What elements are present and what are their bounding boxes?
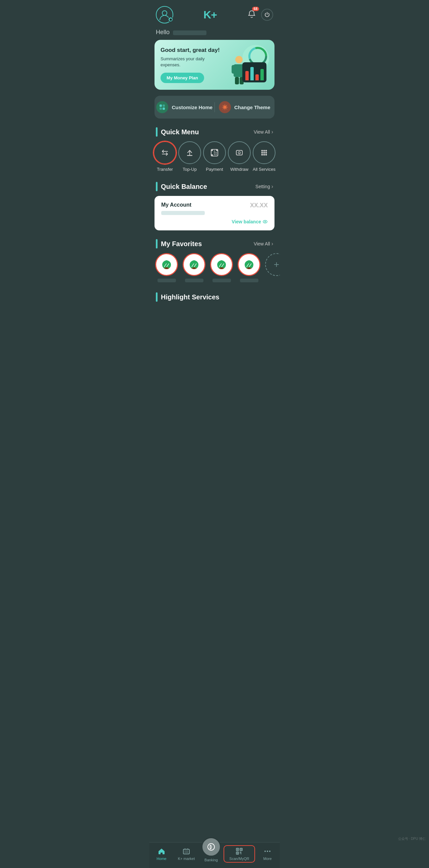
- balance-amount: XX.XX: [250, 202, 268, 209]
- menu-item-topup[interactable]: Top-Up: [178, 141, 201, 172]
- menu-item-all-services[interactable]: All Services: [253, 141, 276, 172]
- svg-rect-49: [220, 268, 223, 269]
- svg-point-36: [261, 154, 263, 156]
- fav-label-4: [240, 279, 258, 282]
- menu-item-transfer[interactable]: Transfer: [153, 141, 176, 172]
- favorites-grid: +: [149, 253, 280, 290]
- svg-rect-17: [187, 155, 192, 156]
- quick-balance-title: Quick Balance: [161, 183, 207, 190]
- add-label-blank: [267, 279, 280, 282]
- svg-point-34: [263, 152, 265, 154]
- svg-rect-43: [165, 268, 168, 269]
- banner-text: Good start, great day! Summarizes your d…: [161, 46, 220, 83]
- quick-menu-view-all[interactable]: View All ›: [254, 129, 273, 135]
- app-header: K+ 68: [149, 0, 280, 27]
- svg-point-37: [263, 154, 265, 156]
- nav-scan[interactable]: Scan/MyQR: [224, 845, 255, 863]
- add-favorite-button[interactable]: +: [265, 253, 280, 282]
- nav-scan-label: Scan/MyQR: [229, 857, 249, 861]
- topup-label: Top-Up: [183, 167, 197, 172]
- quick-menu-title-wrap: Quick Menu: [156, 127, 199, 136]
- nav-more[interactable]: More: [255, 846, 280, 862]
- svg-rect-14: [160, 107, 162, 110]
- svg-rect-59: [237, 849, 238, 850]
- highlight-services-header: Highlight Services: [149, 290, 280, 306]
- svg-point-38: [265, 154, 267, 156]
- change-theme-icon: [219, 101, 231, 113]
- avatar-online-indicator: [168, 17, 173, 22]
- fav-label-1: [158, 279, 176, 282]
- svg-point-32: [265, 150, 267, 152]
- notification-button[interactable]: 68: [247, 9, 256, 20]
- nav-home-label: Home: [156, 857, 166, 861]
- quick-balance-header: Quick Balance Setting ›: [149, 180, 280, 196]
- balance-account-label: My Account: [161, 202, 191, 208]
- fav-circle-1: [155, 253, 178, 276]
- chevron-right-icon: ›: [271, 129, 273, 135]
- svg-rect-25: [216, 154, 217, 155]
- banner-title: Good start, great day!: [161, 46, 220, 54]
- highlight-services-title: Highlight Services: [161, 293, 220, 301]
- payment-icon-circle: [203, 141, 226, 164]
- svg-point-31: [263, 150, 265, 152]
- nav-kmarket[interactable]: K+ market: [174, 846, 199, 862]
- nav-kmarket-label: K+ market: [178, 857, 195, 861]
- svg-rect-12: [160, 104, 162, 107]
- fav-circle-4: [238, 253, 260, 276]
- fav-circle-2: [183, 253, 205, 276]
- power-button[interactable]: [261, 9, 273, 21]
- svg-point-30: [261, 150, 263, 152]
- quick-menu-grid: Transfer Top-Up Payment: [149, 141, 280, 180]
- my-money-plan-button[interactable]: My Money Plan: [161, 73, 204, 83]
- svg-rect-52: [248, 268, 250, 269]
- svg-point-16: [223, 105, 227, 109]
- nav-more-label: More: [263, 857, 271, 861]
- svg-point-63: [267, 850, 268, 852]
- svg-rect-15: [163, 107, 165, 110]
- favorite-item-3[interactable]: [210, 253, 233, 282]
- add-circle: +: [265, 253, 280, 276]
- svg-rect-20: [216, 149, 218, 151]
- svg-point-33: [261, 152, 263, 154]
- banner-illustration: [221, 40, 275, 90]
- quick-menu-title: Quick Menu: [161, 128, 199, 136]
- quick-balance-setting[interactable]: Setting ›: [255, 184, 273, 190]
- menu-item-payment[interactable]: Payment: [203, 141, 226, 172]
- change-theme-button[interactable]: Change Theme: [215, 100, 275, 114]
- favorite-item-4[interactable]: [238, 253, 260, 282]
- svg-rect-21: [211, 154, 213, 156]
- highlight-services-title-wrap: Highlight Services: [156, 292, 220, 302]
- svg-point-62: [264, 850, 266, 852]
- customize-home-button[interactable]: Customize Home: [154, 100, 214, 114]
- quick-balance-title-wrap: Quick Balance: [156, 182, 207, 191]
- svg-rect-6: [232, 65, 235, 74]
- svg-text:₿: ₿: [239, 152, 240, 154]
- svg-rect-22: [214, 150, 215, 152]
- favorites-title-wrap: My Favorites: [156, 239, 202, 248]
- svg-rect-24: [216, 152, 217, 153]
- user-name-blur: [173, 30, 206, 35]
- quick-menu-header: Quick Menu View All ›: [149, 125, 280, 141]
- nav-home[interactable]: Home: [149, 846, 174, 862]
- change-theme-label: Change Theme: [234, 104, 270, 110]
- banner-subtitle: Summarizes your daily expenses.: [161, 56, 220, 68]
- favorites-title: My Favorites: [161, 240, 202, 248]
- menu-item-withdraw[interactable]: ₿ Withdraw: [228, 141, 251, 172]
- hello-section: Hello: [149, 27, 280, 40]
- banking-circle-icon: ₿: [201, 837, 221, 857]
- favorites-view-all[interactable]: View All ›: [254, 241, 273, 247]
- bottom-navigation: Home K+ market ₿ Banking Scan/: [149, 842, 280, 868]
- action-row: Customize Home Change Theme: [154, 96, 275, 119]
- promo-banner: Good start, great day! Summarizes your d…: [154, 40, 275, 90]
- header-actions: 68: [247, 9, 273, 21]
- favorite-item-1[interactable]: [155, 253, 178, 282]
- svg-point-40: [264, 221, 266, 222]
- section-accent: [156, 127, 158, 136]
- nav-banking[interactable]: ₿ Banking: [199, 837, 224, 862]
- view-balance-button[interactable]: View balance: [232, 219, 268, 224]
- svg-text:₿: ₿: [209, 844, 212, 849]
- favorite-item-2[interactable]: [183, 253, 205, 282]
- balance-card: My Account XX.XX View balance: [154, 196, 275, 230]
- avatar[interactable]: [156, 6, 173, 24]
- balance-setting-chevron: ›: [271, 184, 273, 190]
